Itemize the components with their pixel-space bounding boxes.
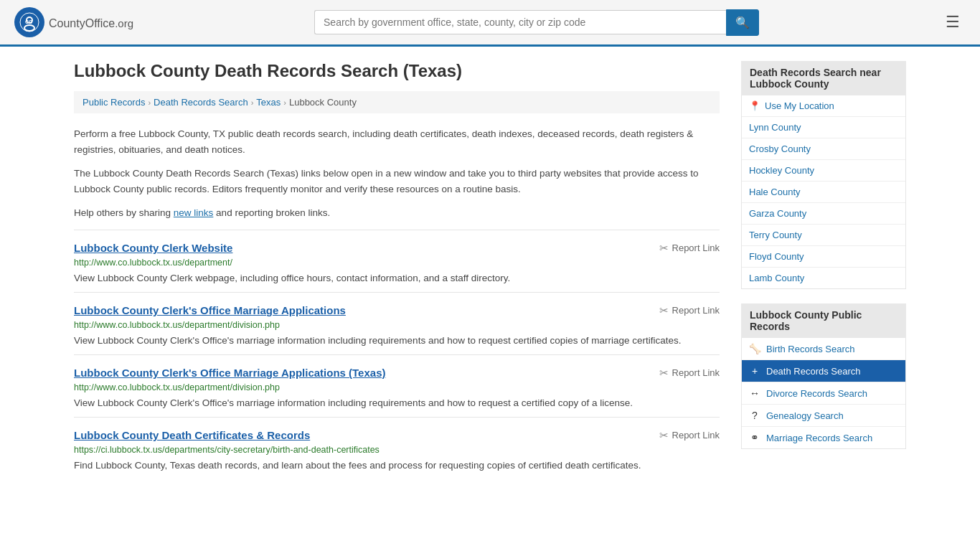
logo-text: CountyOffice.org [49,14,133,31]
result-header: Lubbock County Clerk's Office Marriage A… [74,304,720,317]
site-header: CO CountyOffice.org 🔍 ☰ [0,0,980,47]
result-url[interactable]: http://www.co.lubbock.tx.us/department/ [74,258,720,268]
use-location-item[interactable]: 📍 Use My Location [742,95,905,117]
scissors-icon: ✂ [659,367,669,380]
search-input[interactable] [314,10,726,34]
nearby-county-4[interactable]: Hale County [742,182,905,203]
sidebar: Death Records Search near Lubbock County… [741,61,906,479]
description-para1: Perform a free Lubbock County, TX public… [74,126,720,157]
nearby-county-3[interactable]: Hockley County [742,160,905,182]
pin-icon: 📍 [749,100,760,111]
result-title-link[interactable]: Lubbock County Death Certificates & Reco… [74,429,310,441]
result-url[interactable]: http://www.co.lubbock.tx.us/department/d… [74,320,720,330]
nearby-county-5[interactable]: Garza County [742,203,905,225]
report-link-button[interactable]: ✂ Report Link [659,242,720,255]
nearby-county-7[interactable]: Floyd County [742,246,905,268]
result-header: Lubbock County Death Certificates & Reco… [74,429,720,442]
result-header: Lubbock County Clerk Website ✂ Report Li… [74,242,720,255]
nearby-county-6[interactable]: Terry County [742,225,905,246]
breadcrumb-public-records[interactable]: Public Records [83,97,145,108]
hamburger-menu-button[interactable]: ☰ [940,10,966,34]
public-records-section: Lubbock County Public Records 🦴Birth Rec… [741,303,906,449]
report-link-button[interactable]: ✂ Report Link [659,367,720,380]
nearby-section: Death Records Search near Lubbock County… [741,61,906,289]
page-title: Lubbock County Death Records Search (Tex… [74,61,720,81]
pub-record-link[interactable]: Death Records Search [766,366,861,377]
result-title-link[interactable]: Lubbock County Clerk's Office Marriage A… [74,367,386,379]
report-link-button[interactable]: ✂ Report Link [659,429,720,442]
pub-record-link[interactable]: Birth Records Search [766,344,855,354]
pub-record-item-5[interactable]: ⚭Marriage Records Search [742,427,905,448]
result-description: Find Lubbock County, Texas death records… [74,458,720,474]
main-container: Lubbock County Death Records Search (Tex… [60,47,920,494]
pub-record-link[interactable]: Marriage Records Search [766,433,872,443]
result-title-link[interactable]: Lubbock County Clerk Website [74,242,232,254]
report-link-label: Report Link [672,242,720,253]
nearby-title: Death Records Search near Lubbock County [741,61,906,95]
pub-record-item-2[interactable]: +Death Records Search [742,360,905,382]
result-title-link[interactable]: Lubbock County Clerk's Office Marriage A… [74,304,346,316]
logo-area: CO CountyOffice.org [14,7,133,37]
result-item-1: Lubbock County Clerk Website ✂ Report Li… [74,230,720,292]
description-para2: The Lubbock County Death Records Search … [74,166,720,197]
content-area: Lubbock County Death Records Search (Tex… [74,61,720,479]
pub-record-item-3[interactable]: ↔Divorce Records Search [742,382,905,405]
description-section: Perform a free Lubbock County, TX public… [74,126,720,221]
scissors-icon: ✂ [659,242,669,255]
pub-record-icon: + [749,365,760,377]
scissors-icon: ✂ [659,304,669,317]
report-link-label: Report Link [672,430,720,441]
result-description: View Lubbock County Clerk's Office's mar… [74,334,720,349]
search-bar: 🔍 [314,9,759,36]
results-list: Lubbock County Clerk Website ✂ Report Li… [74,230,720,479]
pub-record-icon: 🦴 [749,343,760,354]
report-link-button[interactable]: ✂ Report Link [659,304,720,317]
result-item-4: Lubbock County Death Certificates & Reco… [74,417,720,479]
use-location-link[interactable]: Use My Location [765,100,834,111]
pub-record-item-4[interactable]: ?Genealogy Search [742,405,905,427]
pub-record-icon: ? [749,410,760,421]
result-url[interactable]: http://www.co.lubbock.tx.us/department/d… [74,382,720,392]
nearby-county-1[interactable]: Lynn County [742,117,905,138]
pub-record-item-1[interactable]: 🦴Birth Records Search [742,338,905,360]
result-header: Lubbock County Clerk's Office Marriage A… [74,367,720,380]
public-records-title: Lubbock County Public Records [741,303,906,338]
result-description: View Lubbock County Clerk webpage, inclu… [74,271,720,286]
result-item-3: Lubbock County Clerk's Office Marriage A… [74,354,720,417]
report-link-label: Report Link [672,305,720,316]
breadcrumb: Public Records › Death Records Search › … [74,91,720,113]
breadcrumb-current: Lubbock County [289,97,357,108]
breadcrumb-texas[interactable]: Texas [256,97,281,108]
svg-text:CO: CO [25,19,33,24]
public-records-list: 🦴Birth Records Search+Death Records Sear… [741,338,906,449]
scissors-icon: ✂ [659,429,669,442]
description-para3: Help others by sharing new links and rep… [74,205,720,221]
search-button[interactable]: 🔍 [726,9,759,36]
nearby-list: 📍 Use My Location Lynn County Crosby Cou… [741,95,906,289]
pub-record-icon: ⚭ [749,432,760,443]
result-url[interactable]: https://ci.lubbock.tx.us/departments/cit… [74,445,720,455]
breadcrumb-death-records[interactable]: Death Records Search [154,97,248,108]
report-link-label: Report Link [672,367,720,378]
nearby-county-2[interactable]: Crosby County [742,138,905,160]
new-links-link[interactable]: new links [174,207,214,218]
pub-record-link[interactable]: Divorce Records Search [766,388,867,399]
nearby-county-8[interactable]: Lamb County [742,268,905,288]
pub-record-link[interactable]: Genealogy Search [766,410,844,421]
logo-icon: CO [14,7,44,37]
result-description: View Lubbock County Clerk's Office's mar… [74,396,720,411]
pub-record-icon: ↔ [749,387,760,399]
result-item-2: Lubbock County Clerk's Office Marriage A… [74,292,720,354]
